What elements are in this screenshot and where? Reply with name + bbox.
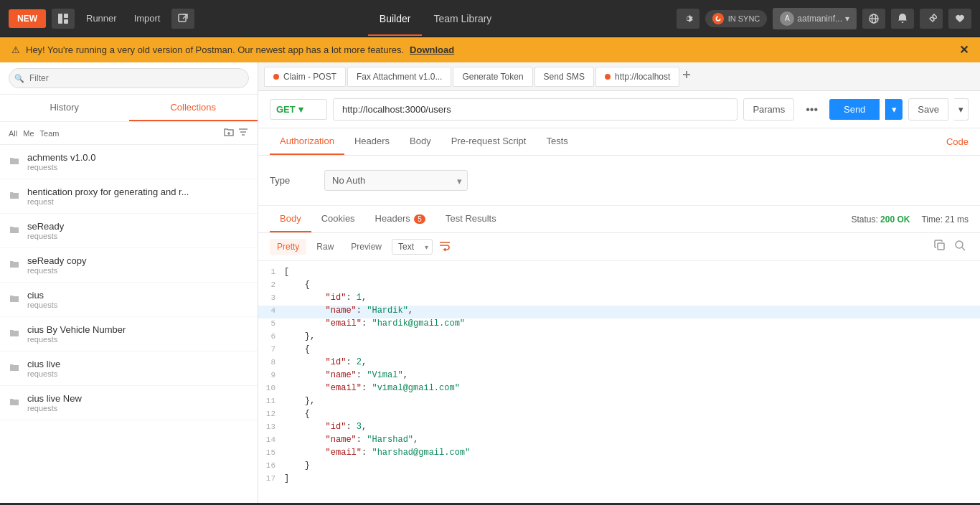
save-dropdown-button[interactable]: ▾ <box>954 98 969 121</box>
user-button[interactable]: A aatmaninf... ▾ <box>773 8 857 29</box>
list-item[interactable]: cius live requests <box>0 351 258 386</box>
globe-button[interactable] <box>862 9 885 29</box>
word-wrap-button[interactable] <box>435 237 454 256</box>
request-tab-label: Claim - POST <box>283 72 336 82</box>
auth-type-row: Type No Auth <box>270 170 969 191</box>
item-content: cius By Vehicle Number requests <box>27 324 249 344</box>
item-sub: requests <box>27 266 249 275</box>
line-number: 4 <box>258 306 284 318</box>
code-link[interactable]: Code <box>946 136 969 147</box>
layout-icon <box>57 13 69 24</box>
favorites-button[interactable] <box>948 9 971 29</box>
format-tab[interactable]: Raw <box>309 239 341 255</box>
auth-type-select[interactable]: No Auth <box>324 170 468 191</box>
params-button[interactable]: Params <box>743 98 794 121</box>
search-button[interactable] <box>951 238 969 255</box>
send-button[interactable]: Send <box>829 99 880 120</box>
request-option-tab[interactable]: Pre-request Script <box>441 128 537 155</box>
request-option-tab[interactable]: Tests <box>536 128 578 155</box>
list-item[interactable]: seReady copy requests <box>0 248 258 283</box>
line-content: "email": "hardik@gmail.com" <box>284 318 980 331</box>
builder-tab[interactable]: Builder <box>368 1 423 36</box>
collections-tab[interactable]: Collections <box>129 95 258 121</box>
request-option-tab[interactable]: Authorization <box>270 128 344 155</box>
import-button[interactable]: Import <box>128 9 166 28</box>
response-tab[interactable]: Cookies <box>311 206 365 232</box>
sort-button[interactable] <box>237 126 249 140</box>
request-tab[interactable]: Send SMS <box>534 67 594 87</box>
item-sub: requests <box>27 404 249 412</box>
request-tab[interactable]: Fax Attachment v1.0... <box>347 67 451 87</box>
format-tab[interactable]: Preview <box>344 239 389 255</box>
item-content: achments v1.0.0 requests <box>27 152 249 171</box>
layout-icon-button[interactable] <box>52 9 75 29</box>
filter-me[interactable]: Me <box>23 129 34 138</box>
list-item[interactable]: achments v1.0.0 requests <box>0 145 258 179</box>
new-window-button[interactable] <box>171 9 194 29</box>
settings-button[interactable] <box>677 9 699 29</box>
response-tab[interactable]: Test Results <box>435 206 507 232</box>
alert-close-button[interactable]: ✕ <box>959 43 969 57</box>
new-button[interactable]: NEW <box>9 9 46 28</box>
sidebar-filters: All Me Team <box>0 122 258 145</box>
code-area: 1[2 {3 "id": 1,4 "name": "Hardik",5 "ema… <box>258 261 980 492</box>
alert-download-link[interactable]: Download <box>410 44 454 55</box>
code-line: 12 { <box>258 409 980 422</box>
item-sub: requests <box>27 301 249 309</box>
format-icons <box>931 238 969 255</box>
wrench-icon <box>925 13 937 24</box>
code-line: 9 "name": "Vimal", <box>258 370 980 383</box>
list-item[interactable]: cius By Vehicle Number requests <box>0 317 258 351</box>
send-dropdown-button[interactable]: ▾ <box>885 99 903 120</box>
item-sub: requests <box>27 335 249 344</box>
method-select[interactable]: GET ▾ <box>270 99 327 120</box>
list-item[interactable]: seReady requests <box>0 214 258 248</box>
filter-input[interactable] <box>9 68 249 88</box>
item-name: seReady copy <box>27 255 249 266</box>
history-tab[interactable]: History <box>0 95 129 121</box>
filter-all[interactable]: All <box>9 129 17 138</box>
request-tab[interactable]: Claim - POST <box>264 67 346 87</box>
response-tab[interactable]: Body <box>270 206 311 232</box>
request-tab[interactable]: http://localhost <box>595 67 679 87</box>
svg-rect-1 <box>64 14 68 18</box>
filter-team[interactable]: Team <box>40 129 60 138</box>
request-tab[interactable]: Generate Token <box>453 67 532 87</box>
line-content: "name": "Harshad", <box>284 435 980 448</box>
line-number: 14 <box>258 435 284 448</box>
user-avatar: A <box>780 11 794 26</box>
sync-label: IN SYNC <box>728 14 760 23</box>
folder-icon <box>9 224 20 238</box>
runner-button[interactable]: Runner <box>80 9 123 28</box>
bell-icon <box>897 13 908 24</box>
add-folder-button[interactable] <box>223 126 235 140</box>
search-icon <box>954 240 966 251</box>
list-item[interactable]: cius live New requests <box>0 386 258 420</box>
notifications-button[interactable] <box>891 9 914 29</box>
time-label: Time: 21 ms <box>921 214 969 225</box>
copy-button[interactable] <box>931 238 948 255</box>
more-options-button[interactable]: ••• <box>800 100 824 119</box>
response-status-area: Status: 200 OK Time: 21 ms <box>851 214 969 225</box>
url-input[interactable] <box>333 98 738 121</box>
item-content: hentication proxy for generating and r..… <box>27 187 249 206</box>
request-option-tab[interactable]: Headers <box>344 128 400 155</box>
sync-icon <box>715 15 722 22</box>
alert-message: Hey! You're running a very old version o… <box>26 44 404 55</box>
request-option-tab[interactable]: Body <box>400 128 441 155</box>
request-tab-label: http://localhost <box>615 72 670 82</box>
list-item[interactable]: cius requests <box>0 283 258 317</box>
response-tab[interactable]: Headers 5 <box>365 206 435 232</box>
help-button[interactable] <box>920 9 943 29</box>
line-number: 17 <box>258 473 284 486</box>
save-button[interactable]: Save <box>908 98 948 121</box>
line-number: 5 <box>258 318 284 331</box>
line-content: "name": "Vimal", <box>284 370 980 383</box>
item-name: seReady <box>27 221 249 232</box>
type-select[interactable]: Text <box>392 239 433 255</box>
list-item[interactable]: hentication proxy for generating and r..… <box>0 179 258 214</box>
team-library-tab[interactable]: Team Library <box>422 1 503 36</box>
add-tab-button[interactable] <box>681 69 692 84</box>
format-tab[interactable]: Pretty <box>270 239 306 255</box>
line-content: "email": "harshad@gmail.com" <box>284 448 980 461</box>
